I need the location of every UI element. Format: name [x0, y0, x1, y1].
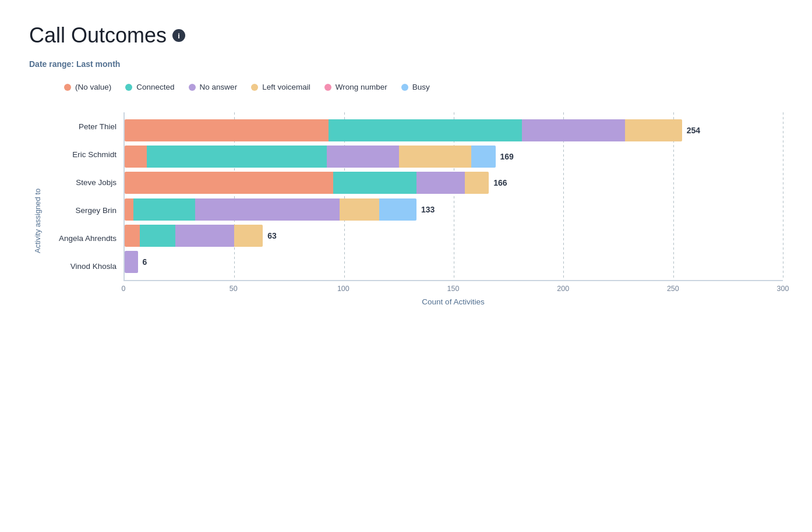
bar-segment-no_value — [125, 119, 329, 141]
bar-segment-no_answer — [327, 146, 399, 168]
legend-item-connected: Connected — [125, 83, 174, 91]
x-axis-title: Count of Activities — [123, 297, 783, 306]
chart-inner: Peter ThielEric SchmidtSteve JobjsSergey… — [48, 112, 783, 306]
bar-segment-left_voicemail — [234, 225, 263, 247]
legend-label-wrong_number: Wrong number — [336, 83, 387, 91]
row-label: Steve Jobjs — [48, 168, 116, 196]
legend-dot-busy — [401, 84, 408, 91]
x-axis: 050100150200250300 — [123, 281, 783, 293]
legend-item-left_voicemail: Left voicemail — [251, 83, 310, 91]
x-axis-ticks: 050100150200250300 — [123, 281, 783, 293]
bar-total-value: 133 — [421, 205, 435, 214]
bar-segment-no_value — [125, 225, 140, 247]
legend-item-wrong_number: Wrong number — [324, 83, 387, 91]
x-tick: 200 — [557, 285, 569, 293]
bar-segment-no_value — [125, 172, 333, 194]
page-title: Call Outcomes i — [29, 23, 783, 48]
bar-total-value: 166 — [493, 178, 507, 187]
chart-container: Activity assigned to Peter ThielEric Sch… — [29, 112, 783, 306]
bar-segment-busy — [471, 146, 495, 168]
legend-label-no_answer: No answer — [200, 83, 238, 91]
x-tick: 100 — [337, 285, 349, 293]
legend-dot-wrong_number — [324, 84, 331, 91]
x-tick: 0 — [122, 285, 126, 293]
bar-row: 166 — [125, 172, 783, 194]
bar-row: 254 — [125, 119, 783, 141]
bar-segment-left_voicemail — [340, 198, 379, 221]
bar-row: 133 — [125, 198, 783, 221]
row-labels: Peter ThielEric SchmidtSteve JobjsSergey… — [48, 112, 123, 281]
y-axis-label: Activity assigned to — [29, 112, 45, 306]
bar-row: 169 — [125, 146, 783, 168]
bars-area: Peter ThielEric SchmidtSteve JobjsSergey… — [48, 112, 783, 281]
row-label: Vinod Khosla — [48, 252, 116, 280]
legend-dot-connected — [125, 84, 132, 91]
legend-label-left_voicemail: Left voicemail — [262, 83, 310, 91]
legend-dot-left_voicemail — [251, 84, 258, 91]
x-tick: 150 — [447, 285, 460, 293]
bar-segment-left_voicemail — [399, 146, 471, 168]
legend-label-busy: Busy — [412, 83, 430, 91]
x-tick: 300 — [777, 285, 789, 293]
bar-segment-connected — [147, 146, 327, 168]
bar-segment-no_answer — [195, 198, 340, 221]
legend-label-connected: Connected — [136, 83, 174, 91]
legend-dot-no_value — [64, 84, 71, 91]
bar-row: 63 — [125, 225, 783, 247]
bar-segment-left_voicemail — [465, 172, 489, 194]
x-tick: 250 — [667, 285, 679, 293]
bar-segment-busy — [379, 198, 416, 221]
legend: (No value) Connected No answer Left voic… — [29, 83, 783, 91]
bar-segment-no_value — [125, 146, 147, 168]
legend-item-busy: Busy — [401, 83, 430, 91]
bar-total-value: 169 — [500, 152, 514, 161]
info-icon[interactable]: i — [172, 29, 185, 42]
bar-row: 6 — [125, 251, 783, 273]
bar-total-value: 63 — [267, 231, 277, 240]
bar-segment-no_answer — [416, 172, 465, 194]
row-label: Eric Schmidt — [48, 140, 116, 168]
date-range: Date range: Last month — [29, 59, 783, 69]
row-label: Peter Thiel — [48, 112, 116, 140]
legend-item-no_answer: No answer — [189, 83, 238, 91]
row-label: Angela Ahrendts — [48, 224, 116, 252]
legend-item-no_value: (No value) — [64, 83, 111, 91]
legend-label-no_value: (No value) — [75, 83, 111, 91]
bar-segment-connected — [329, 119, 521, 141]
bar-segment-no_answer — [522, 119, 625, 141]
bar-segment-connected — [140, 225, 175, 247]
bar-segment-connected — [333, 172, 416, 194]
bar-total-value: 254 — [687, 126, 700, 135]
x-tick: 50 — [230, 285, 238, 293]
bar-total-value: 6 — [143, 257, 147, 267]
grid-line — [783, 112, 783, 280]
bar-segment-no_answer — [175, 225, 235, 247]
row-label: Sergey Brin — [48, 196, 116, 224]
bars-and-grid: 254169166133636 — [123, 112, 783, 281]
legend-dot-no_answer — [189, 84, 196, 91]
bar-segment-connected — [133, 198, 195, 221]
bar-segment-no_value — [125, 198, 133, 221]
bar-segment-left_voicemail — [625, 119, 682, 141]
bar-segment-no_answer — [125, 251, 138, 273]
bars-rows: 254169166133636 — [125, 112, 783, 280]
